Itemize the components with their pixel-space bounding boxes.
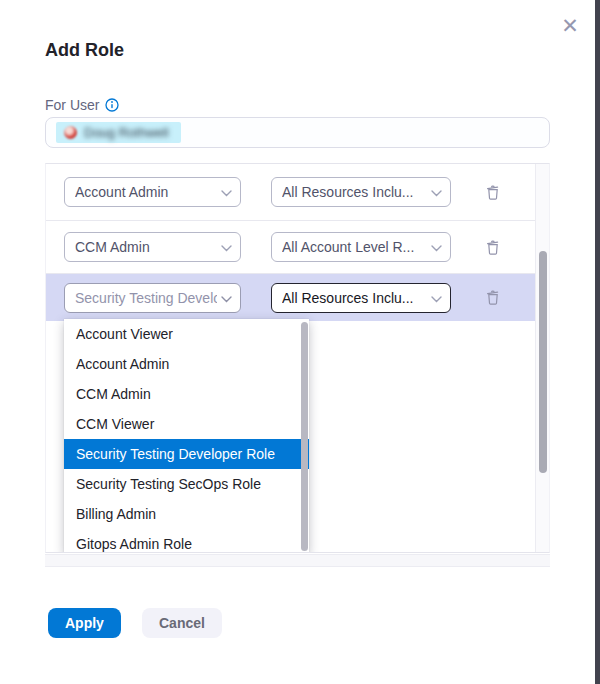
dropdown-option[interactable]: Gitops Admin Role [64,529,309,553]
chevron-down-icon [431,238,442,256]
resource-group-select-focused[interactable]: All Resources Inclu... [271,283,451,313]
trash-icon [485,239,501,256]
role-row: Account Admin All Resources Inclu... [46,164,537,221]
dropdown-option[interactable]: CCM Admin [64,379,309,409]
chevron-down-icon [221,238,232,256]
chevron-down-icon [221,289,232,307]
delete-row-button[interactable] [480,285,506,311]
trash-icon [485,184,501,201]
role-select-value: Security Testing Developer Role [75,290,217,306]
page-title: Add Role [45,40,124,61]
chevron-down-icon [431,183,442,201]
delete-row-button[interactable] [480,234,506,260]
vertical-scrollbar-track[interactable] [535,164,549,552]
for-user-input[interactable]: Doug Rothwell [45,117,550,148]
dropdown-option[interactable]: Account Admin [64,349,309,379]
role-row: CCM Admin All Account Level R... [46,221,537,274]
info-icon[interactable] [105,98,119,112]
role-row-selected: Security Testing Developer Role All Reso… [46,274,537,321]
close-icon[interactable]: ✕ [557,13,583,39]
for-user-label: For User [45,97,99,113]
dropdown-option[interactable]: Billing Admin [64,499,309,529]
roles-rows: Account Admin All Resources Inclu... [46,164,537,321]
role-select[interactable]: CCM Admin [64,232,241,262]
resource-group-value: All Resources Inclu... [282,184,427,200]
user-chip[interactable]: Doug Rothwell [56,122,181,143]
horizontal-scrollbar-track[interactable] [45,554,550,567]
trash-icon [485,289,501,306]
role-select-value: Account Admin [75,184,217,200]
role-options-dropdown: Account Viewer Account Admin CCM Admin C… [64,319,309,553]
cancel-button[interactable]: Cancel [142,608,222,638]
dropdown-option-selected[interactable]: Security Testing Developer Role [64,439,309,469]
resource-group-value: All Account Level R... [282,239,427,255]
apply-button[interactable]: Apply [48,608,121,638]
roles-list: Account Admin All Resources Inclu... [45,163,550,553]
role-select[interactable]: Account Admin [64,177,241,207]
dropdown-scrollbar-thumb[interactable] [301,322,308,551]
avatar [64,126,77,139]
user-name: Doug Rothwell [84,125,169,140]
resource-group-value: All Resources Inclu... [282,290,427,306]
page-overlay-edge [595,0,600,684]
dropdown-option[interactable]: CCM Viewer [64,409,309,439]
vertical-scrollbar-thumb[interactable] [539,251,547,473]
add-role-modal: ✕ Add Role For User Doug Rothwell Accoun… [0,0,600,684]
dropdown-option[interactable]: Account Viewer [64,319,309,349]
chevron-down-icon [431,289,442,307]
resource-group-select[interactable]: All Account Level R... [271,232,451,262]
resource-group-select[interactable]: All Resources Inclu... [271,177,451,207]
role-select-value: CCM Admin [75,239,217,255]
dropdown-option[interactable]: Security Testing SecOps Role [64,469,309,499]
delete-row-button[interactable] [480,179,506,205]
role-select-open[interactable]: Security Testing Developer Role [64,283,241,313]
chevron-down-icon [221,183,232,201]
for-user-label-row: For User [45,97,119,113]
